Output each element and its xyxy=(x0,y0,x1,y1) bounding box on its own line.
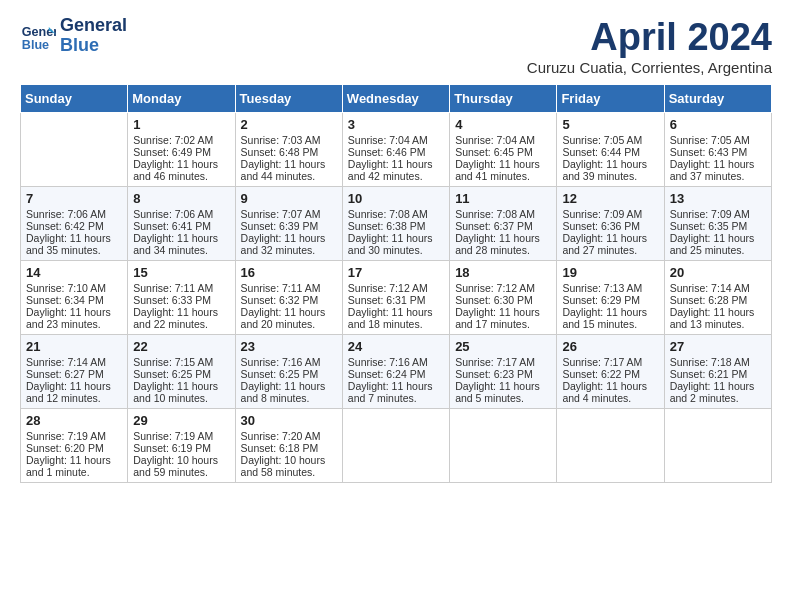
daylight-text: Daylight: 11 hours and 17 minutes. xyxy=(455,306,551,330)
day-number: 19 xyxy=(562,265,658,280)
column-header-tuesday: Tuesday xyxy=(235,85,342,113)
calendar-table: SundayMondayTuesdayWednesdayThursdayFrid… xyxy=(20,84,772,483)
sunrise-text: Sunrise: 7:07 AM xyxy=(241,208,337,220)
title-block: April 2024 Curuzu Cuatia, Corrientes, Ar… xyxy=(527,16,772,76)
day-number: 21 xyxy=(26,339,122,354)
sunrise-text: Sunrise: 7:15 AM xyxy=(133,356,229,368)
calendar-header-row: SundayMondayTuesdayWednesdayThursdayFrid… xyxy=(21,85,772,113)
sunrise-text: Sunrise: 7:11 AM xyxy=(133,282,229,294)
logo-text: General Blue xyxy=(60,16,127,56)
sunrise-text: Sunrise: 7:14 AM xyxy=(670,282,766,294)
daylight-text: Daylight: 11 hours and 39 minutes. xyxy=(562,158,658,182)
daylight-text: Daylight: 11 hours and 42 minutes. xyxy=(348,158,444,182)
day-number: 1 xyxy=(133,117,229,132)
sunset-text: Sunset: 6:27 PM xyxy=(26,368,122,380)
column-header-wednesday: Wednesday xyxy=(342,85,449,113)
calendar-cell: 8Sunrise: 7:06 AMSunset: 6:41 PMDaylight… xyxy=(128,187,235,261)
sunrise-text: Sunrise: 7:08 AM xyxy=(455,208,551,220)
sunrise-text: Sunrise: 7:18 AM xyxy=(670,356,766,368)
sunset-text: Sunset: 6:28 PM xyxy=(670,294,766,306)
sunset-text: Sunset: 6:30 PM xyxy=(455,294,551,306)
day-number: 22 xyxy=(133,339,229,354)
daylight-text: Daylight: 11 hours and 22 minutes. xyxy=(133,306,229,330)
sunrise-text: Sunrise: 7:08 AM xyxy=(348,208,444,220)
sunrise-text: Sunrise: 7:14 AM xyxy=(26,356,122,368)
day-number: 12 xyxy=(562,191,658,206)
week-row-3: 14Sunrise: 7:10 AMSunset: 6:34 PMDayligh… xyxy=(21,261,772,335)
calendar-cell: 28Sunrise: 7:19 AMSunset: 6:20 PMDayligh… xyxy=(21,409,128,483)
daylight-text: Daylight: 11 hours and 5 minutes. xyxy=(455,380,551,404)
calendar-cell: 9Sunrise: 7:07 AMSunset: 6:39 PMDaylight… xyxy=(235,187,342,261)
day-number: 5 xyxy=(562,117,658,132)
daylight-text: Daylight: 11 hours and 23 minutes. xyxy=(26,306,122,330)
calendar-cell: 10Sunrise: 7:08 AMSunset: 6:38 PMDayligh… xyxy=(342,187,449,261)
daylight-text: Daylight: 11 hours and 15 minutes. xyxy=(562,306,658,330)
column-header-thursday: Thursday xyxy=(450,85,557,113)
sunset-text: Sunset: 6:33 PM xyxy=(133,294,229,306)
day-number: 25 xyxy=(455,339,551,354)
daylight-text: Daylight: 11 hours and 1 minute. xyxy=(26,454,122,478)
calendar-cell: 12Sunrise: 7:09 AMSunset: 6:36 PMDayligh… xyxy=(557,187,664,261)
daylight-text: Daylight: 11 hours and 46 minutes. xyxy=(133,158,229,182)
calendar-cell xyxy=(557,409,664,483)
day-number: 20 xyxy=(670,265,766,280)
day-number: 13 xyxy=(670,191,766,206)
sunrise-text: Sunrise: 7:17 AM xyxy=(562,356,658,368)
month-title: April 2024 xyxy=(527,16,772,59)
day-number: 26 xyxy=(562,339,658,354)
sunset-text: Sunset: 6:45 PM xyxy=(455,146,551,158)
column-header-sunday: Sunday xyxy=(21,85,128,113)
sunrise-text: Sunrise: 7:02 AM xyxy=(133,134,229,146)
daylight-text: Daylight: 11 hours and 7 minutes. xyxy=(348,380,444,404)
sunset-text: Sunset: 6:37 PM xyxy=(455,220,551,232)
sunset-text: Sunset: 6:29 PM xyxy=(562,294,658,306)
sunrise-text: Sunrise: 7:05 AM xyxy=(562,134,658,146)
sunset-text: Sunset: 6:49 PM xyxy=(133,146,229,158)
daylight-text: Daylight: 11 hours and 34 minutes. xyxy=(133,232,229,256)
sunset-text: Sunset: 6:23 PM xyxy=(455,368,551,380)
sunset-text: Sunset: 6:41 PM xyxy=(133,220,229,232)
week-row-5: 28Sunrise: 7:19 AMSunset: 6:20 PMDayligh… xyxy=(21,409,772,483)
sunset-text: Sunset: 6:35 PM xyxy=(670,220,766,232)
calendar-cell: 19Sunrise: 7:13 AMSunset: 6:29 PMDayligh… xyxy=(557,261,664,335)
sunrise-text: Sunrise: 7:09 AM xyxy=(670,208,766,220)
calendar-cell: 6Sunrise: 7:05 AMSunset: 6:43 PMDaylight… xyxy=(664,113,771,187)
daylight-text: Daylight: 11 hours and 44 minutes. xyxy=(241,158,337,182)
sunset-text: Sunset: 6:22 PM xyxy=(562,368,658,380)
calendar-cell: 7Sunrise: 7:06 AMSunset: 6:42 PMDaylight… xyxy=(21,187,128,261)
day-number: 27 xyxy=(670,339,766,354)
day-number: 23 xyxy=(241,339,337,354)
sunset-text: Sunset: 6:20 PM xyxy=(26,442,122,454)
calendar-cell: 14Sunrise: 7:10 AMSunset: 6:34 PMDayligh… xyxy=(21,261,128,335)
sunset-text: Sunset: 6:42 PM xyxy=(26,220,122,232)
sunset-text: Sunset: 6:38 PM xyxy=(348,220,444,232)
sunrise-text: Sunrise: 7:16 AM xyxy=(348,356,444,368)
calendar-cell: 21Sunrise: 7:14 AMSunset: 6:27 PMDayligh… xyxy=(21,335,128,409)
page-header: General Blue General Blue April 2024 Cur… xyxy=(20,16,772,76)
daylight-text: Daylight: 11 hours and 32 minutes. xyxy=(241,232,337,256)
sunrise-text: Sunrise: 7:12 AM xyxy=(455,282,551,294)
sunset-text: Sunset: 6:24 PM xyxy=(348,368,444,380)
sunrise-text: Sunrise: 7:13 AM xyxy=(562,282,658,294)
daylight-text: Daylight: 11 hours and 2 minutes. xyxy=(670,380,766,404)
sunrise-text: Sunrise: 7:06 AM xyxy=(133,208,229,220)
day-number: 8 xyxy=(133,191,229,206)
calendar-cell: 1Sunrise: 7:02 AMSunset: 6:49 PMDaylight… xyxy=(128,113,235,187)
week-row-4: 21Sunrise: 7:14 AMSunset: 6:27 PMDayligh… xyxy=(21,335,772,409)
daylight-text: Daylight: 11 hours and 18 minutes. xyxy=(348,306,444,330)
sunset-text: Sunset: 6:25 PM xyxy=(241,368,337,380)
calendar-cell: 25Sunrise: 7:17 AMSunset: 6:23 PMDayligh… xyxy=(450,335,557,409)
sunrise-text: Sunrise: 7:06 AM xyxy=(26,208,122,220)
sunset-text: Sunset: 6:39 PM xyxy=(241,220,337,232)
calendar-cell: 26Sunrise: 7:17 AMSunset: 6:22 PMDayligh… xyxy=(557,335,664,409)
logo: General Blue General Blue xyxy=(20,16,127,56)
calendar-cell: 23Sunrise: 7:16 AMSunset: 6:25 PMDayligh… xyxy=(235,335,342,409)
week-row-1: 1Sunrise: 7:02 AMSunset: 6:49 PMDaylight… xyxy=(21,113,772,187)
sunset-text: Sunset: 6:18 PM xyxy=(241,442,337,454)
sunset-text: Sunset: 6:31 PM xyxy=(348,294,444,306)
logo-icon: General Blue xyxy=(20,18,56,54)
column-header-monday: Monday xyxy=(128,85,235,113)
sunrise-text: Sunrise: 7:04 AM xyxy=(455,134,551,146)
day-number: 16 xyxy=(241,265,337,280)
calendar-cell: 20Sunrise: 7:14 AMSunset: 6:28 PMDayligh… xyxy=(664,261,771,335)
